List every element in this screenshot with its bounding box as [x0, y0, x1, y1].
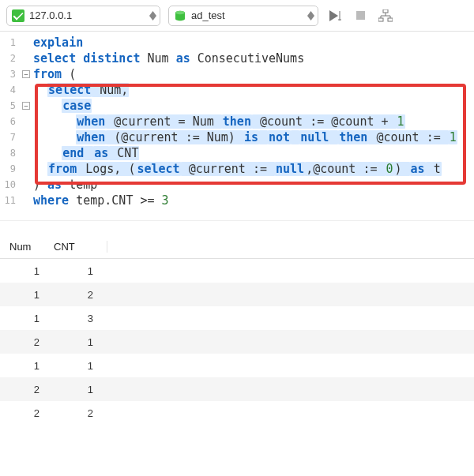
- database-label: ad_test: [191, 9, 303, 21]
- line-number: 5: [0, 98, 21, 114]
- svg-rect-10: [378, 18, 383, 21]
- sql-editor[interactable]: 1explain2select distinct Num as Consecut…: [0, 32, 474, 221]
- code-text[interactable]: ) as temp: [32, 177, 474, 193]
- code-line[interactable]: 6 when @current = Num then @count := @co…: [0, 114, 474, 129]
- toolbar: 127.0.0.1 ad_test: [0, 0, 474, 32]
- cell-cnt: 2: [54, 289, 107, 301]
- code-text[interactable]: select distinct Num as ConsecutiveNums: [32, 51, 474, 66]
- svg-rect-11: [388, 18, 393, 21]
- code-text[interactable]: when (@current := Num) is not null then …: [32, 129, 474, 145]
- table-row[interactable]: 21: [0, 377, 474, 401]
- fold-gutter: [21, 161, 32, 177]
- line-number: 8: [0, 145, 21, 161]
- cell-num: 1: [0, 265, 54, 277]
- fold-toggle-icon[interactable]: −: [22, 70, 30, 78]
- code-text[interactable]: from Logs, (select @current := null,@cou…: [32, 161, 474, 177]
- fold-gutter: [21, 145, 32, 161]
- code-line[interactable]: 7 when (@current := Num) is not null the…: [0, 129, 474, 145]
- cell-num: 2: [0, 384, 54, 395]
- code-text[interactable]: when @current = Num then @count := @coun…: [32, 114, 474, 129]
- fold-toggle-icon[interactable]: −: [22, 102, 30, 110]
- fold-gutter: [21, 114, 32, 129]
- run-button[interactable]: [326, 7, 344, 24]
- table-row[interactable]: 11: [0, 354, 474, 377]
- code-line[interactable]: 5− case: [0, 98, 474, 114]
- code-line[interactable]: 10) as temp: [0, 177, 474, 193]
- database-dropdown[interactable]: ad_test: [168, 6, 318, 26]
- cell-num: 1: [0, 360, 54, 372]
- stop-icon: [356, 11, 365, 20]
- svg-marker-5: [307, 16, 314, 21]
- cell-cnt: 1: [54, 360, 107, 372]
- line-number: 2: [0, 51, 21, 66]
- database-icon: [174, 9, 186, 22]
- line-number: 4: [0, 82, 21, 98]
- line-number: 10: [0, 177, 21, 193]
- table-header-row: Num CNT: [0, 235, 474, 259]
- code-text[interactable]: case: [32, 98, 474, 114]
- fold-gutter: [21, 35, 32, 51]
- server-label: 127.0.0.1: [29, 9, 145, 21]
- server-dropdown[interactable]: 127.0.0.1: [6, 6, 160, 26]
- stop-button[interactable]: [352, 7, 369, 24]
- stepper-icon: [149, 11, 156, 21]
- code-line[interactable]: 9 from Logs, (select @current := null,@c…: [0, 161, 474, 177]
- code-line[interactable]: 11where temp.CNT >= 3: [0, 193, 474, 208]
- code-text[interactable]: explain: [32, 35, 474, 51]
- code-line[interactable]: 1explain: [0, 35, 474, 51]
- cell-num: 2: [0, 336, 54, 348]
- svg-marker-1: [149, 16, 156, 21]
- server-icon: [12, 9, 24, 22]
- cell-cnt: 1: [54, 336, 107, 348]
- column-header[interactable]: Num: [0, 241, 54, 253]
- fold-gutter[interactable]: −: [21, 98, 32, 114]
- table-row[interactable]: 12: [0, 283, 474, 306]
- line-number: 9: [0, 161, 21, 177]
- svg-marker-6: [329, 10, 338, 21]
- column-header[interactable]: CNT: [54, 241, 107, 253]
- cell-num: 2: [0, 407, 54, 419]
- cell-cnt: 2: [54, 407, 107, 419]
- svg-rect-9: [383, 9, 388, 13]
- code-text[interactable]: select Num,: [32, 82, 474, 98]
- fold-gutter: [21, 51, 32, 66]
- code-line[interactable]: 3−from (: [0, 66, 474, 82]
- line-number: 6: [0, 114, 21, 129]
- table-row[interactable]: 13: [0, 306, 474, 330]
- cell-cnt: 1: [54, 384, 107, 395]
- code-text[interactable]: end as CNT: [32, 145, 474, 161]
- stepper-icon: [307, 11, 314, 21]
- fold-gutter[interactable]: −: [21, 66, 32, 82]
- code-line[interactable]: 2select distinct Num as ConsecutiveNums: [0, 51, 474, 66]
- fold-gutter: [21, 177, 32, 193]
- line-number: 11: [0, 193, 21, 208]
- cell-cnt: 1: [54, 265, 107, 277]
- fold-gutter: [21, 82, 32, 98]
- table-row[interactable]: 22: [0, 401, 474, 425]
- line-number: 7: [0, 129, 21, 145]
- svg-point-3: [175, 10, 185, 13]
- explain-tree-button[interactable]: [377, 7, 394, 24]
- code-text[interactable]: from (: [32, 66, 474, 82]
- line-number: 3: [0, 66, 21, 82]
- table-row[interactable]: 11: [0, 259, 474, 283]
- fold-gutter: [21, 129, 32, 145]
- code-text[interactable]: where temp.CNT >= 3: [32, 193, 474, 208]
- cell-cnt: 3: [54, 313, 107, 324]
- cell-num: 1: [0, 313, 54, 324]
- table-row[interactable]: 21: [0, 330, 474, 354]
- line-number: 1: [0, 35, 21, 51]
- fold-gutter: [21, 193, 32, 208]
- results-table: Num CNT 11121321112122: [0, 221, 474, 425]
- cell-num: 1: [0, 289, 54, 301]
- code-line[interactable]: 8 end as CNT: [0, 145, 474, 161]
- code-line[interactable]: 4 select Num,: [0, 82, 474, 98]
